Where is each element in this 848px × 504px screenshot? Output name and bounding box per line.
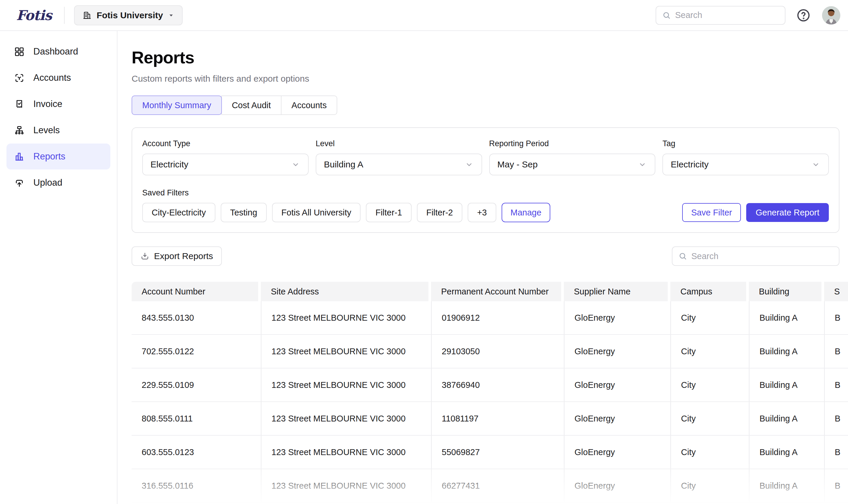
filter-field-tag: TagElectricity [662, 139, 829, 175]
column-header-s[interactable]: S [824, 282, 848, 301]
sidebar-item-reports[interactable]: Reports [6, 144, 110, 169]
table-row[interactable]: 603.555.0123123 Street MELBOURNE VIC 300… [132, 436, 848, 469]
sidebar-item-label: Dashboard [33, 46, 78, 57]
table-cell: 843.555.0130 [132, 301, 261, 334]
app-window: Fotis Fotis University [0, 0, 848, 504]
saved-filter-chip-filter-1[interactable]: Filter-1 [366, 203, 411, 222]
saved-filter-chip-fotis-all-university[interactable]: Fotis All University [272, 203, 361, 222]
filter-fields: Account TypeElectricityLevelBuilding ARe… [142, 139, 829, 175]
column-header-permanent-account-number[interactable]: Permanent Account Number [431, 282, 564, 301]
help-button[interactable] [796, 8, 811, 23]
table-cell: 11081197 [431, 402, 564, 435]
sidebar-item-levels[interactable]: Levels [6, 117, 110, 143]
select-level[interactable]: Building A [316, 154, 482, 175]
table-cell: 603.555.0123 [132, 436, 261, 469]
sidebar-item-upload[interactable]: Upload [6, 170, 110, 196]
filter-field-level: LevelBuilding A [316, 139, 482, 175]
table-cell: 38766940 [431, 368, 564, 401]
saved-filter-chip-testing[interactable]: Testing [221, 203, 267, 222]
sidebar-nav: DashboardAccountsInvoiceLevelsReportsUpl… [6, 39, 110, 196]
sidebar-item-dashboard[interactable]: Dashboard [6, 39, 110, 65]
filter-field-reporting-period: Reporting PeriodMay - Sep [489, 139, 656, 175]
org-selector[interactable]: Fotis University [74, 5, 183, 25]
select-value: Building A [324, 159, 363, 169]
table-cell: City [670, 368, 749, 401]
column-header-campus[interactable]: Campus [670, 282, 749, 301]
table-row[interactable]: 808.555.0111123 Street MELBOURNE VIC 300… [132, 402, 848, 436]
tab-accounts[interactable]: Accounts [281, 95, 337, 115]
table-cell: GloEnergy [564, 469, 670, 502]
tab-monthly-summary[interactable]: Monthly Summary [132, 95, 222, 115]
org-selector-label: Fotis University [97, 10, 163, 20]
column-header-site-address[interactable]: Site Address [261, 282, 431, 301]
chevron-down-icon [638, 160, 647, 169]
global-search [656, 6, 785, 25]
sidebar-item-label: Accounts [33, 72, 71, 83]
table-cell: City [670, 436, 749, 469]
table-row[interactable]: 316.555.0116123 Street MELBOURNE VIC 300… [132, 469, 848, 503]
saved-filter-chip-3[interactable]: +3 [468, 203, 496, 222]
table-cell: 316.555.0116 [132, 469, 261, 502]
export-reports-button[interactable]: Export Reports [132, 247, 222, 266]
select-tag[interactable]: Electricity [662, 154, 829, 175]
table-cell: City [670, 402, 749, 435]
table-cell: GloEnergy [564, 335, 670, 368]
table-search-input[interactable] [691, 251, 833, 261]
select-value: Electricity [671, 159, 708, 169]
table-header-row: Account NumberSite AddressPermanent Acco… [132, 282, 848, 301]
table-cell: 229.555.0109 [132, 368, 261, 401]
column-header-building[interactable]: Building [749, 282, 824, 301]
save-filter-button[interactable]: Save Filter [682, 203, 741, 222]
table-cell: GloEnergy [564, 402, 670, 435]
table-row[interactable]: 702.555.0122123 Street MELBOURNE VIC 300… [132, 335, 848, 368]
saved-filter-chip-city-electricity[interactable]: City-Electricity [142, 203, 215, 222]
table-cell: Building A [749, 301, 824, 334]
generate-report-button[interactable]: Generate Report [746, 203, 829, 222]
dashboard-icon [14, 47, 24, 57]
sidebar-item-label: Reports [33, 151, 66, 162]
filter-field-label: Tag [662, 139, 829, 148]
table-cell: Building A [749, 402, 824, 435]
saved-filter-chip-filter-2[interactable]: Filter-2 [417, 203, 462, 222]
upload-icon [14, 178, 24, 188]
table-cell: 808.555.0111 [132, 402, 261, 435]
table-cell: B [824, 436, 848, 469]
table-cell: GloEnergy [564, 301, 670, 334]
main-content: Reports Custom reports with filters and … [118, 31, 848, 504]
column-header-account-number[interactable]: Account Number [132, 282, 261, 301]
tab-cost-audit[interactable]: Cost Audit [221, 95, 281, 115]
table-cell: 123 Street MELBOURNE VIC 3000 [261, 469, 431, 502]
table-body: 843.555.0130123 Street MELBOURNE VIC 300… [132, 301, 848, 503]
saved-filters-label: Saved Filters [142, 188, 829, 197]
sidebar-item-label: Upload [33, 177, 62, 188]
sidebar-item-label: Levels [33, 125, 60, 136]
sidebar-item-accounts[interactable]: Accounts [6, 65, 110, 91]
select-account-type[interactable]: Electricity [142, 154, 309, 175]
topbar-divider [64, 7, 65, 24]
table-row[interactable]: 843.555.0130123 Street MELBOURNE VIC 300… [132, 301, 848, 335]
export-reports-label: Export Reports [154, 251, 213, 261]
column-header-supplier-name[interactable]: Supplier Name [564, 282, 670, 301]
table-cell: B [824, 469, 848, 502]
manage-filters-button[interactable]: Manage [502, 203, 550, 222]
saved-filters-row: City-ElectricityTestingFotis All Univers… [142, 203, 829, 222]
sidebar-item-invoice[interactable]: Invoice [6, 91, 110, 117]
table-cell: 66277431 [431, 469, 564, 502]
user-avatar[interactable] [822, 6, 840, 24]
table-cell: Building A [749, 335, 824, 368]
table-cell: 702.555.0122 [132, 335, 261, 368]
table-cell: Building A [749, 469, 824, 502]
topbar: Fotis Fotis University [0, 0, 848, 31]
select-reporting-period[interactable]: May - Sep [489, 154, 656, 175]
reports-table: Account NumberSite AddressPermanent Acco… [132, 282, 848, 503]
table-cell: 123 Street MELBOURNE VIC 3000 [261, 335, 431, 368]
table-row[interactable]: 229.555.0109123 Street MELBOURNE VIC 300… [132, 368, 848, 402]
table-cell: 29103050 [431, 335, 564, 368]
table-cell: B [824, 335, 848, 368]
global-search-input[interactable] [675, 10, 779, 20]
chevron-down-icon [811, 160, 820, 169]
select-value: Electricity [151, 159, 188, 169]
search-icon [662, 11, 671, 20]
table-cell: GloEnergy [564, 436, 670, 469]
table-cell: B [824, 402, 848, 435]
